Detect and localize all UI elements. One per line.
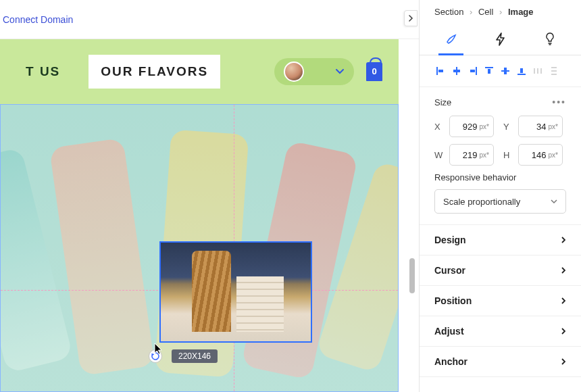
crumb-image[interactable]: Image [508,7,534,17]
accordion-design[interactable]: Design [420,225,581,255]
svg-rect-6 [485,67,493,68]
size-heading: Size [434,97,451,107]
nav-our-flavors[interactable]: OUR FLAVORS [89,55,220,89]
crumb-section[interactable]: Section [434,7,463,17]
accordion-anchor[interactable]: Anchor [420,347,581,377]
align-right-button[interactable] [467,65,479,77]
distribute-v-button[interactable] [548,65,560,77]
tab-tips[interactable] [525,24,574,55]
svg-rect-4 [476,67,477,75]
y-input[interactable]: 34px* [518,116,563,137]
panel-collapse-button[interactable] [404,10,418,26]
svg-rect-9 [504,68,507,74]
inspector-mode-tabs [420,24,581,55]
image-content [161,243,311,341]
tab-interactions[interactable] [476,24,525,55]
x-label: X [434,122,444,132]
align-center-h-button[interactable] [451,65,463,77]
svg-rect-16 [551,70,557,72]
crumb-cell[interactable]: Cell [478,7,493,17]
login-dropdown[interactable] [274,58,354,85]
alignment-toolbar [420,55,581,87]
nav-about-us[interactable]: T US [14,55,72,89]
connect-domain-link[interactable]: Connect Domain [3,14,73,25]
accordion-adjust[interactable]: Adjust [420,316,581,347]
w-label: W [434,150,444,160]
align-left-button[interactable] [434,65,447,77]
site-header: T US OUR FLAVORS 0 [0,39,399,104]
selected-image[interactable] [159,241,312,343]
svg-rect-0 [436,67,438,75]
tab-design[interactable] [426,24,476,55]
align-bottom-button[interactable] [515,65,528,77]
avatar [284,62,304,82]
svg-rect-13 [537,68,538,74]
accordion-cursor[interactable]: Cursor [420,255,581,286]
bag-count: 0 [366,66,382,76]
h-label: H [503,150,513,160]
shopping-bag[interactable]: 0 [366,62,382,81]
svg-rect-10 [517,74,526,75]
editor-canvas[interactable]: T US OUR FLAVORS 0 [0,39,419,392]
inspector-panel: Section › Cell › Image Size ••• X [419,0,581,392]
svg-rect-12 [534,68,535,74]
top-bar: Connect Domain [0,0,419,39]
h-input[interactable]: 146px* [518,144,563,166]
chevron-down-icon [551,199,557,204]
size-section: Size ••• X 929px* Y 34px* W 219px* H 146… [420,87,581,225]
svg-rect-15 [551,67,557,68]
size-more-button[interactable]: ••• [552,97,566,107]
distribute-h-button[interactable] [532,65,544,77]
breadcrumb: Section › Cell › Image [420,0,581,22]
svg-rect-17 [551,74,557,75]
responsive-label: Responsive behavior [434,172,566,182]
svg-rect-5 [470,70,475,72]
align-center-v-button[interactable] [499,65,511,77]
svg-rect-3 [453,70,460,72]
svg-rect-1 [438,70,443,72]
responsive-select[interactable]: Scale proportionally [434,189,566,214]
x-input[interactable]: 929px* [449,116,494,137]
canvas-scrollbar[interactable] [409,258,415,293]
svg-rect-11 [520,68,523,73]
svg-rect-7 [488,69,490,74]
y-label: Y [503,122,513,132]
size-tooltip: 220X146 [172,349,218,363]
svg-rect-14 [540,68,542,74]
cursor-icon [154,343,163,355]
align-top-button[interactable] [483,65,495,77]
w-input[interactable]: 219px* [449,144,494,166]
chevron-down-icon [335,68,345,75]
section-selection[interactable]: 220X146 [0,104,399,392]
accordion-position[interactable]: Position [420,286,581,316]
